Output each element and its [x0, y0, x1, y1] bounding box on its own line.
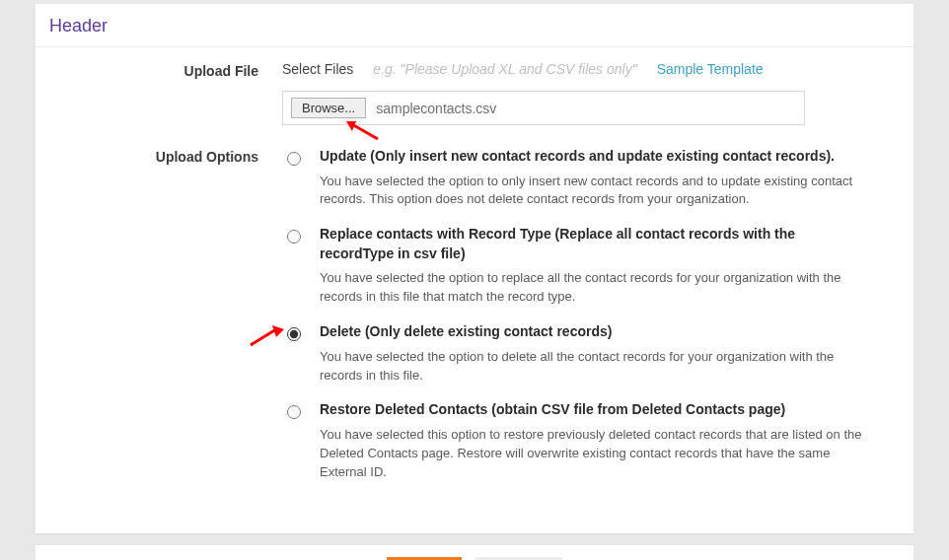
- option-row-delete: Delete (Only delete existing contact rec…: [282, 322, 874, 385]
- upload-file-label: Upload File: [75, 61, 282, 79]
- file-hint: e.g. "Please Upload XL and CSV files onl…: [373, 61, 636, 77]
- option-title-update: Update (Only insert new contact records …: [320, 147, 862, 167]
- option-radio-restore[interactable]: [287, 405, 301, 419]
- file-input-box: Browse... samplecontacts.csv: [282, 91, 805, 125]
- footer-bar: Save Cancel: [36, 545, 913, 560]
- upload-options-row: Upload Options Update (Only insert new c…: [75, 147, 874, 498]
- option-radio-replace[interactable]: [287, 230, 301, 244]
- arrow-annotation-icon: [342, 119, 382, 143]
- upload-file-row: Upload File Select Files e.g. "Please Up…: [75, 61, 874, 125]
- header-row: Header: [36, 4, 913, 47]
- page-title: Header: [49, 16, 108, 35]
- option-row-update: Update (Only insert new contact records …: [282, 147, 874, 209]
- option-desc-restore: You have selected this option to restore…: [320, 426, 862, 482]
- arrow-annotation-icon: [247, 325, 286, 349]
- select-files-text: Select Files: [282, 61, 353, 77]
- save-button[interactable]: Save: [387, 557, 462, 560]
- browse-button[interactable]: Browse...: [291, 98, 366, 118]
- selected-filename: samplecontacts.csv: [376, 101, 496, 116]
- svg-marker-0: [346, 121, 356, 131]
- option-title-restore: Restore Deleted Contacts (obtain CSV fil…: [320, 400, 862, 420]
- option-desc-update: You have selected the option to only ins…: [320, 173, 862, 210]
- upload-card: Header Upload File Select Files e.g. "Pl…: [36, 4, 913, 533]
- option-desc-delete: You have selected the option to delete a…: [320, 348, 862, 385]
- option-title-delete: Delete (Only delete existing contact rec…: [320, 322, 862, 342]
- option-radio-delete[interactable]: [287, 327, 301, 341]
- option-desc-replace: You have selected the option to replace …: [320, 269, 862, 307]
- upload-options-label: Upload Options: [75, 147, 282, 165]
- option-row-replace: Replace contacts with Record Type (Repla…: [282, 225, 874, 307]
- cancel-button[interactable]: Cancel: [475, 557, 562, 560]
- option-radio-update[interactable]: [287, 152, 301, 166]
- option-row-restore: Restore Deleted Contacts (obtain CSV fil…: [282, 400, 874, 481]
- option-title-replace: Replace contacts with Record Type (Repla…: [320, 225, 862, 263]
- sample-template-link[interactable]: Sample Template: [657, 61, 764, 77]
